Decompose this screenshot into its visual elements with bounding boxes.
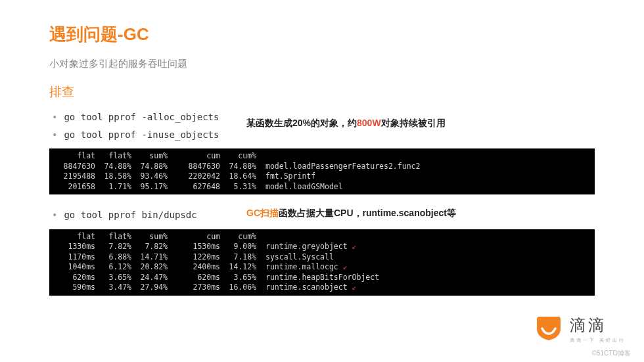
slide-subtitle: 小对象过多引起的服务吞吐问题 [49,58,595,70]
annotation-1-suffix: 对象持续被引用 [381,118,446,128]
watermark: ©51CTO博客 [592,349,631,358]
section-title: 排查 [49,83,595,101]
bullet-group-2: go tool pprof bin/dupsdc [49,206,246,224]
terminal-table-1: flatflat%sum%cumcum%884763074.88%74.88%8… [49,148,595,194]
bullet-alloc: go tool pprof -alloc_objects [49,108,246,126]
annotation-2-highlight: GC扫描 [246,208,279,218]
bullet-dupsdc: go tool pprof bin/dupsdc [49,206,246,224]
annotation-2: GC扫描函数占据大量CPU，runtime.scanobject等 [246,206,456,219]
bullet-row-1: go tool pprof -alloc_objects go tool ppr… [49,108,595,143]
logo-area: 滴滴 滴滴一下 美好出行 [534,315,626,344]
bullet-group-1: go tool pprof -alloc_objects go tool ppr… [49,108,246,143]
annotation-1-highlight: 800W [357,118,381,128]
didi-logo-icon [534,317,563,342]
bullet-inuse: go tool pprof -inuse_objects [49,126,246,144]
slide-content: 遇到问题-GC 小对象过多引起的服务吞吐问题 排查 go tool pprof … [0,0,644,296]
logo-text: 滴滴 滴滴一下 美好出行 [570,315,626,344]
logo-main-text: 滴滴 [570,315,626,336]
terminal-table-2: flatflat%sum%cumcum%1330ms7.82%7.82%1530… [49,229,595,296]
annotation-1-prefix: 某函数生成20%的对象，约 [246,118,357,128]
annotation-1: 某函数生成20%的对象，约800W对象持续被引用 [246,108,446,129]
bullet-row-2: go tool pprof bin/dupsdc GC扫描函数占据大量CPU，r… [49,206,595,224]
annotation-2-suffix: 函数占据大量CPU，runtime.scanobject等 [279,208,456,218]
slide-title: 遇到问题-GC [49,23,595,46]
logo-tagline: 滴滴一下 美好出行 [570,337,626,344]
